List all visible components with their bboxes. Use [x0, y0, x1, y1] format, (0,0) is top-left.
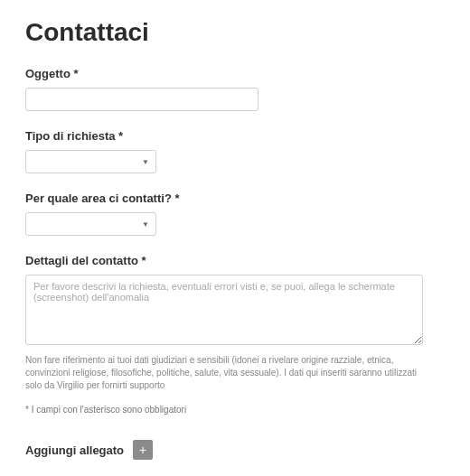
field-details: Dettagli del contatto * Non fare riferim…: [25, 254, 445, 415]
attachment-label: Aggiungi allegato: [25, 443, 124, 457]
details-label: Dettagli del contatto *: [25, 254, 445, 267]
field-area: Per quale area ci contatti? * ▼: [25, 191, 445, 236]
attachment-row: Aggiungi allegato +: [25, 440, 445, 460]
request-type-select[interactable]: [25, 150, 156, 173]
area-select[interactable]: [25, 212, 156, 236]
required-note: * I campi con l'asterisco sono obbligato…: [25, 405, 445, 415]
field-subject: Oggetto *: [25, 67, 445, 111]
subject-label: Oggetto *: [25, 67, 445, 80]
field-request-type: Tipo di richiesta * ▼: [25, 129, 445, 173]
page-title: Contattaci: [25, 18, 445, 47]
details-hint: Non fare riferimento ai tuoi dati giudiz…: [25, 354, 423, 392]
details-textarea[interactable]: [25, 275, 423, 345]
add-attachment-button[interactable]: +: [133, 440, 153, 460]
area-label: Per quale area ci contatti? *: [25, 191, 445, 205]
subject-input[interactable]: [25, 88, 258, 111]
request-type-label: Tipo di richiesta *: [25, 129, 445, 143]
